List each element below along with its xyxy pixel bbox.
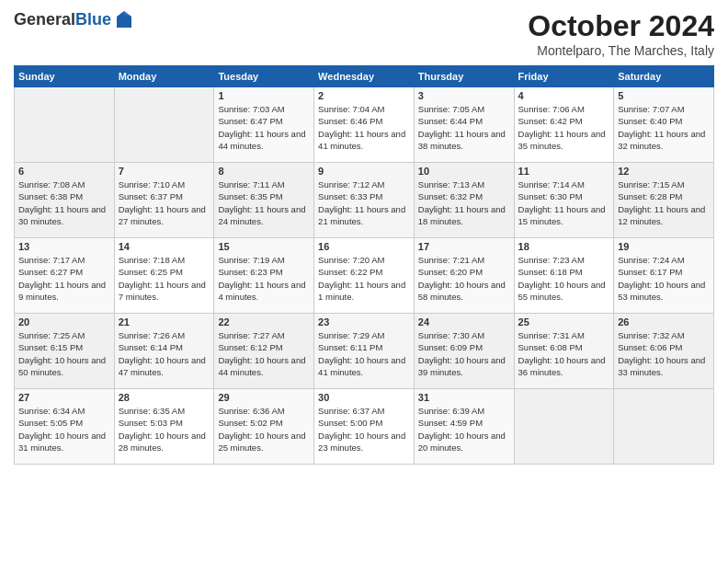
day-number: 23 bbox=[318, 316, 410, 327]
sunrise: Sunrise: 7:11 AM bbox=[218, 179, 284, 190]
day-info: Sunrise: 6:39 AMSunset: 4:59 PMDaylight:… bbox=[418, 405, 510, 454]
day-number: 6 bbox=[18, 166, 110, 177]
sunrise: Sunrise: 7:06 AM bbox=[518, 104, 585, 114]
calendar-cell: 29Sunrise: 6:36 AMSunset: 5:02 PMDayligh… bbox=[214, 389, 314, 465]
day-info: Sunrise: 7:08 AMSunset: 6:38 PMDaylight:… bbox=[18, 178, 110, 227]
sunset: Sunset: 6:18 PM bbox=[518, 267, 583, 277]
sunset: Sunset: 4:59 PM bbox=[418, 418, 483, 428]
day-info: Sunrise: 7:29 AMSunset: 6:11 PMDaylight:… bbox=[318, 329, 410, 378]
day-number: 15 bbox=[218, 241, 310, 252]
day-info: Sunrise: 7:13 AMSunset: 6:32 PMDaylight:… bbox=[418, 178, 510, 227]
calendar-cell: 13Sunrise: 7:17 AMSunset: 6:27 PMDayligh… bbox=[15, 238, 115, 314]
day-info: Sunrise: 6:36 AMSunset: 5:02 PMDaylight:… bbox=[218, 405, 310, 454]
day-info: Sunrise: 7:03 AMSunset: 6:47 PMDaylight:… bbox=[218, 103, 310, 152]
day-info: Sunrise: 7:11 AMSunset: 6:35 PMDaylight:… bbox=[218, 178, 310, 227]
sunrise: Sunrise: 7:32 AM bbox=[618, 330, 684, 340]
day-info: Sunrise: 7:31 AMSunset: 6:08 PMDaylight:… bbox=[518, 329, 610, 378]
sunrise: Sunrise: 7:14 AM bbox=[518, 179, 585, 190]
sunrise: Sunrise: 7:26 AM bbox=[119, 330, 185, 340]
calendar-cell: 5Sunrise: 7:07 AMSunset: 6:40 PMDaylight… bbox=[614, 87, 714, 163]
sunrise: Sunrise: 7:05 AM bbox=[418, 104, 484, 114]
sunrise: Sunrise: 7:23 AM bbox=[518, 255, 585, 265]
calendar-cell: 6Sunrise: 7:08 AMSunset: 6:38 PMDaylight… bbox=[15, 163, 115, 238]
month-title: October 2024 bbox=[528, 9, 714, 43]
day-info: Sunrise: 7:25 AMSunset: 6:15 PMDaylight:… bbox=[18, 329, 110, 378]
sunrise: Sunrise: 7:15 AM bbox=[618, 179, 684, 190]
day-info: Sunrise: 7:10 AMSunset: 6:37 PMDaylight:… bbox=[119, 178, 210, 227]
day-number: 9 bbox=[318, 166, 410, 177]
day-info: Sunrise: 6:35 AMSunset: 5:03 PMDaylight:… bbox=[119, 405, 210, 454]
daylight: Daylight: 10 hours and 25 minutes. bbox=[218, 431, 305, 453]
daylight: Daylight: 11 hours and 41 minutes. bbox=[318, 129, 405, 151]
day-number: 12 bbox=[618, 166, 710, 177]
calendar-cell bbox=[614, 389, 714, 465]
day-info: Sunrise: 7:20 AMSunset: 6:22 PMDaylight:… bbox=[318, 254, 410, 303]
day-number: 4 bbox=[518, 90, 610, 101]
day-number: 14 bbox=[119, 241, 210, 252]
daylight: Daylight: 10 hours and 47 minutes. bbox=[119, 355, 206, 377]
day-number: 27 bbox=[18, 392, 110, 403]
day-number: 21 bbox=[119, 316, 210, 327]
logo-text: GeneralBlue bbox=[14, 11, 111, 29]
sunset: Sunset: 6:37 PM bbox=[119, 191, 183, 201]
sunset: Sunset: 5:05 PM bbox=[18, 418, 83, 428]
sunset: Sunset: 5:03 PM bbox=[119, 418, 183, 428]
sunrise: Sunrise: 6:34 AM bbox=[18, 406, 85, 416]
day-number: 31 bbox=[418, 392, 510, 403]
day-number: 28 bbox=[119, 392, 210, 403]
daylight: Daylight: 10 hours and 50 minutes. bbox=[18, 355, 106, 377]
calendar-cell: 16Sunrise: 7:20 AMSunset: 6:22 PMDayligh… bbox=[314, 238, 415, 314]
day-number: 3 bbox=[418, 90, 510, 101]
sunset: Sunset: 5:00 PM bbox=[318, 418, 382, 428]
sunset: Sunset: 6:20 PM bbox=[418, 267, 483, 277]
header-row: Sunday Monday Tuesday Wednesday Thursday… bbox=[15, 66, 714, 87]
calendar-cell: 26Sunrise: 7:32 AMSunset: 6:06 PMDayligh… bbox=[614, 314, 714, 389]
day-number: 11 bbox=[518, 166, 610, 177]
daylight: Daylight: 11 hours and 38 minutes. bbox=[418, 129, 506, 151]
day-info: Sunrise: 7:27 AMSunset: 6:12 PMDaylight:… bbox=[218, 329, 310, 378]
sunset: Sunset: 6:30 PM bbox=[518, 191, 583, 201]
calendar-cell: 3Sunrise: 7:05 AMSunset: 6:44 PMDaylight… bbox=[414, 87, 514, 163]
sunrise: Sunrise: 7:19 AM bbox=[218, 255, 284, 265]
calendar-cell bbox=[15, 87, 115, 163]
daylight: Daylight: 11 hours and 15 minutes. bbox=[518, 204, 606, 226]
daylight: Daylight: 11 hours and 1 minute. bbox=[318, 280, 405, 302]
calendar-cell: 15Sunrise: 7:19 AMSunset: 6:23 PMDayligh… bbox=[214, 238, 314, 314]
day-number: 30 bbox=[318, 392, 410, 403]
day-number: 13 bbox=[18, 241, 110, 252]
daylight: Daylight: 10 hours and 28 minutes. bbox=[119, 431, 206, 453]
sunset: Sunset: 6:25 PM bbox=[119, 267, 183, 277]
sunset: Sunset: 6:27 PM bbox=[18, 267, 83, 277]
sunrise: Sunrise: 7:17 AM bbox=[18, 255, 85, 265]
col-friday: Friday bbox=[514, 66, 614, 87]
daylight: Daylight: 11 hours and 32 minutes. bbox=[618, 129, 705, 151]
calendar-cell: 25Sunrise: 7:31 AMSunset: 6:08 PMDayligh… bbox=[514, 314, 614, 389]
sunrise: Sunrise: 7:29 AM bbox=[318, 330, 384, 340]
calendar-cell: 12Sunrise: 7:15 AMSunset: 6:28 PMDayligh… bbox=[614, 163, 714, 238]
day-info: Sunrise: 7:30 AMSunset: 6:09 PMDaylight:… bbox=[418, 329, 510, 378]
col-wednesday: Wednesday bbox=[314, 66, 415, 87]
day-number: 24 bbox=[418, 316, 510, 327]
calendar-cell: 18Sunrise: 7:23 AMSunset: 6:18 PMDayligh… bbox=[514, 238, 614, 314]
daylight: Daylight: 10 hours and 20 minutes. bbox=[418, 431, 506, 453]
sunset: Sunset: 5:02 PM bbox=[218, 418, 282, 428]
sunset: Sunset: 6:38 PM bbox=[18, 191, 83, 201]
sunset: Sunset: 6:14 PM bbox=[119, 342, 183, 352]
day-number: 10 bbox=[418, 166, 510, 177]
sunrise: Sunrise: 7:30 AM bbox=[418, 330, 484, 340]
calendar-cell: 11Sunrise: 7:14 AMSunset: 6:30 PMDayligh… bbox=[514, 163, 614, 238]
logo: GeneralBlue bbox=[14, 9, 135, 31]
header: GeneralBlue October 2024 Montelparo, The… bbox=[14, 9, 714, 58]
logo-blue: Blue bbox=[75, 10, 111, 29]
sunrise: Sunrise: 7:25 AM bbox=[18, 330, 85, 340]
col-monday: Monday bbox=[114, 66, 214, 87]
day-info: Sunrise: 7:12 AMSunset: 6:33 PMDaylight:… bbox=[318, 178, 410, 227]
day-info: Sunrise: 6:34 AMSunset: 5:05 PMDaylight:… bbox=[18, 405, 110, 454]
calendar-cell: 24Sunrise: 7:30 AMSunset: 6:09 PMDayligh… bbox=[414, 314, 514, 389]
daylight: Daylight: 10 hours and 23 minutes. bbox=[318, 431, 405, 453]
sunrise: Sunrise: 7:03 AM bbox=[218, 104, 284, 114]
sunrise: Sunrise: 7:31 AM bbox=[518, 330, 585, 340]
col-sunday: Sunday bbox=[15, 66, 115, 87]
day-info: Sunrise: 7:19 AMSunset: 6:23 PMDaylight:… bbox=[218, 254, 310, 303]
sunset: Sunset: 6:23 PM bbox=[218, 267, 282, 277]
